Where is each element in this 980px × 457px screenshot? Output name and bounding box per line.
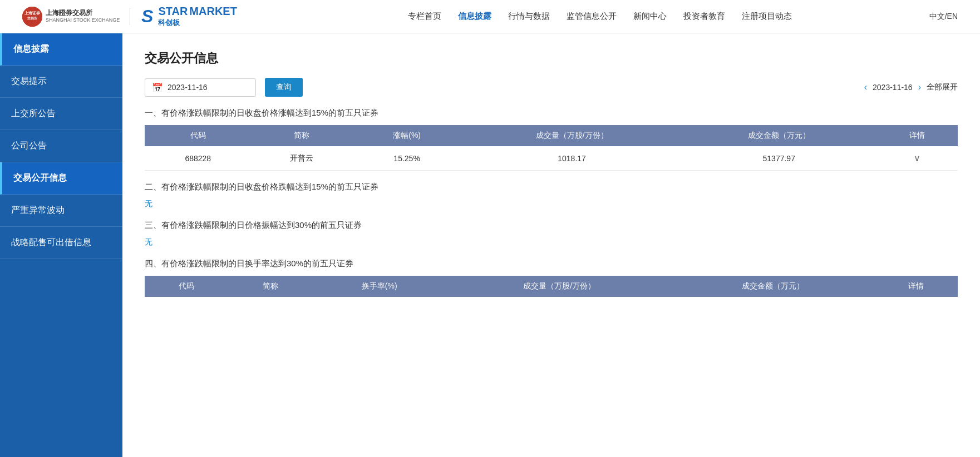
col4-detail: 详情 (874, 276, 958, 297)
page-title: 交易公开信息 (145, 50, 958, 67)
layout: 信息披露 交易提示 上交所公告 公司公告 交易公开信息 严重异常波动 战略配售可… (0, 33, 980, 457)
lang-switch[interactable]: 中文/EN (929, 12, 958, 22)
nav-item-market[interactable]: 行情与数据 (508, 11, 550, 22)
sidebar-item-strategic[interactable]: 战略配售可出借信息 (0, 227, 122, 259)
col4-code: 代码 (145, 276, 229, 297)
col4-amount: 成交金额（万元） (673, 276, 874, 297)
svg-text:S: S (141, 7, 154, 26)
query-button[interactable]: 查询 (265, 78, 303, 97)
sidebar-item-trade-hint[interactable]: 交易提示 (0, 66, 122, 98)
sidebar-item-sse-announce[interactable]: 上交所公告 (0, 98, 122, 130)
main-nav: 专栏首页 信息披露 行情与数据 监管信息公开 新闻中心 投资者教育 注册项目动态 (270, 11, 929, 22)
col-detail: 详情 (876, 125, 958, 146)
search-bar: 📅 查询 ‹ 2023-11-16 › 全部展开 (145, 78, 958, 97)
sidebar-item-abnormal[interactable]: 严重异常波动 (0, 195, 122, 227)
cell-name: 开普云 (252, 146, 352, 171)
nav-item-supervision[interactable]: 监管信息公开 (567, 11, 617, 22)
nav-item-education[interactable]: 投资者教育 (683, 11, 725, 22)
sidebar-item-trade-public[interactable]: 交易公开信息 (0, 162, 122, 195)
main-content: 交易公开信息 📅 查询 ‹ 2023-11-16 › 全部展开 一、有价格涨跌幅… (122, 33, 980, 457)
date-nav-next[interactable]: › (918, 82, 921, 92)
section1-title: 一、有价格涨跌幅限制的日收盘价格涨幅达到15%的前五只证券 (145, 108, 958, 118)
svg-text:交易所: 交易所 (27, 16, 37, 20)
sidebar: 信息披露 交易提示 上交所公告 公司公告 交易公开信息 严重异常波动 战略配售可… (0, 33, 122, 457)
cell-amount: 51377.97 (682, 146, 876, 171)
calendar-icon: 📅 (152, 82, 163, 93)
section3-title: 三、有价格涨跌幅限制的日价格振幅达到30%的前五只证券 (145, 220, 958, 231)
col-code: 代码 (145, 125, 252, 146)
col4-volume: 成交量（万股/万份） (446, 276, 673, 297)
section1-table-header: 代码 简称 涨幅(%) 成交量（万股/万份） 成交金额（万元） 详情 (145, 125, 958, 146)
nav-item-news[interactable]: 新闻中心 (633, 11, 667, 22)
cell-volume: 1018.17 (462, 146, 682, 171)
date-nav-current: 2023-11-16 (873, 83, 913, 92)
star-logo: S STAR MARKET 科创板 (140, 5, 237, 28)
col4-turnover: 换手率(%) (312, 276, 446, 297)
logo-divider (130, 8, 130, 25)
cell-detail[interactable]: ∨ (876, 146, 958, 171)
sidebar-item-disclosure[interactable]: 信息披露 (0, 33, 122, 66)
col-amount: 成交金额（万元） (682, 125, 876, 146)
section4-table: 代码 简称 换手率(%) 成交量（万股/万份） 成交金额（万元） 详情 (145, 276, 958, 297)
nav-item-disclosure[interactable]: 信息披露 (458, 11, 491, 22)
header: 上海证券 交易所 上海證券交易所 SHANGHAI STOCK EXCHANGE… (0, 0, 980, 33)
logo-area: 上海证券 交易所 上海證券交易所 SHANGHAI STOCK EXCHANGE… (22, 5, 237, 28)
nav-item-homepage[interactable]: 专栏首页 (408, 11, 441, 22)
section4-table-header: 代码 简称 换手率(%) 成交量（万股/万份） 成交金额（万元） 详情 (145, 276, 958, 297)
sidebar-item-company-announce[interactable]: 公司公告 (0, 130, 122, 162)
sse-logo: 上海证券 交易所 上海證券交易所 SHANGHAI STOCK EXCHANGE (22, 7, 120, 27)
sse-icon: 上海证券 交易所 (22, 7, 42, 27)
col-change: 涨幅(%) (352, 125, 462, 146)
star-label: STAR (158, 5, 188, 18)
date-nav: ‹ 2023-11-16 › 全部展开 (864, 82, 958, 92)
chuangban-label: 科创板 (158, 18, 237, 28)
date-nav-prev[interactable]: ‹ (864, 82, 867, 92)
col4-name: 简称 (229, 276, 313, 297)
section4-title: 四、有价格涨跌幅限制的日换手率达到30%的前五只证券 (145, 259, 958, 269)
table-row: 688228 开普云 15.25% 1018.17 51377.97 ∨ (145, 146, 958, 171)
cell-code: 688228 (145, 146, 252, 171)
col-name: 简称 (252, 125, 352, 146)
section3-none: 无 (145, 237, 958, 247)
nav-item-registration[interactable]: 注册项目动态 (742, 11, 792, 22)
sse-text: 上海證券交易所 SHANGHAI STOCK EXCHANGE (46, 9, 120, 24)
market-label: MARKET (189, 5, 237, 18)
date-input[interactable] (168, 83, 240, 92)
section2-title: 二、有价格涨跌幅限制的日收盘价格跌幅达到15%的前五只证券 (145, 182, 958, 192)
date-input-wrap: 📅 (145, 78, 256, 97)
section2-none: 无 (145, 199, 958, 209)
col-volume: 成交量（万股/万份） (462, 125, 682, 146)
svg-text:上海证券: 上海证券 (24, 11, 41, 15)
section1-table: 代码 简称 涨幅(%) 成交量（万股/万份） 成交金额（万元） 详情 68822… (145, 125, 958, 171)
cell-change: 15.25% (352, 146, 462, 171)
expand-all-button[interactable]: 全部展开 (927, 82, 958, 92)
